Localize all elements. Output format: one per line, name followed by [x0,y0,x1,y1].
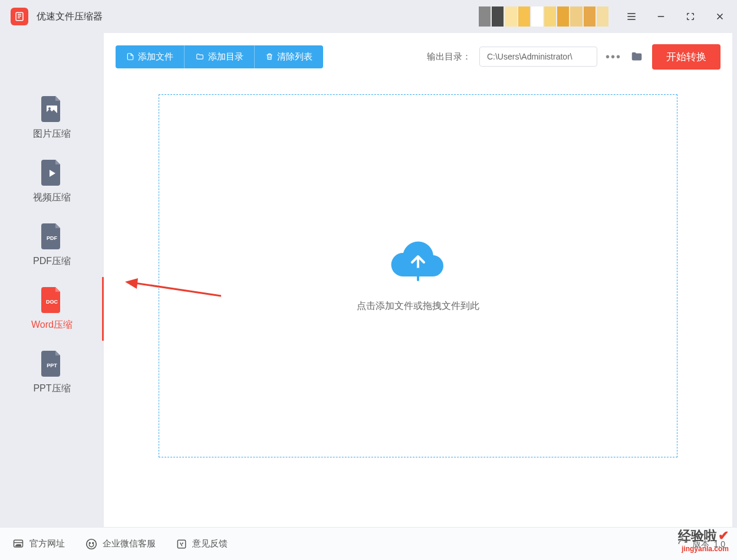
footer-bar: .com 官方网址 企业微信客服 意见反馈 版本 1.0 经验啦✔ jingya… [0,527,737,560]
app-logo-icon [11,8,28,25]
sidebar-item-label: 图片压缩 [33,128,71,140]
pdf-file-icon: PDF [41,223,62,249]
official-site-link[interactable]: .com 官方网址 [12,538,65,550]
app-title: 优速文件压缩器 [37,11,103,23]
open-folder-icon[interactable] [630,50,644,63]
footer-label: 企业微信客服 [103,538,156,549]
website-icon: .com [12,538,25,550]
svg-point-11 [87,539,97,549]
sidebar-item-word-compress[interactable]: DOC Word压缩 [0,277,104,341]
maximize-button[interactable] [684,10,697,23]
svg-text:PPT: PPT [47,363,57,368]
wechat-support-link[interactable]: 企业微信客服 [85,538,156,551]
start-convert-button[interactable]: 开始转换 [652,44,720,70]
button-label: 添加目录 [208,51,244,62]
image-file-icon [41,96,62,122]
trash-icon [265,52,274,61]
sidebar-item-video-compress[interactable]: 视频压缩 [0,150,104,213]
version-label: 版本 [693,539,709,549]
svg-text:.com: .com [15,543,21,546]
svg-point-12 [89,542,90,543]
sidebar: 图片压缩 视频压缩 PDF PDF压缩 DOC Word压缩 PPT PPT压缩 [0,33,104,527]
feedback-link[interactable]: 意见反馈 [176,538,228,550]
version-value: 1.0 [714,539,725,549]
output-path-field[interactable]: C:\Users\Administrator\ [479,47,597,67]
add-folder-button[interactable]: 添加目录 [184,45,254,68]
svg-marker-8 [125,278,138,289]
browse-path-button[interactable]: ••• [606,50,621,64]
output-dir-label: 输出目录： [427,51,471,62]
action-button-group: 添加文件 添加目录 清除列表 [116,45,323,68]
footer-label: 官方网址 [29,538,65,549]
drop-area-wrapper: 点击添加文件或拖拽文件到此 [116,80,720,527]
add-file-button[interactable]: 添加文件 [116,45,184,68]
user-banner-placeholder [479,6,608,27]
menu-icon[interactable] [625,10,638,23]
sidebar-item-label: PPT压缩 [33,383,70,395]
clear-list-button[interactable]: 清除列表 [254,45,323,68]
svg-point-13 [93,542,94,543]
file-icon [126,52,134,61]
button-label: 清除列表 [277,51,312,62]
sidebar-item-image-compress[interactable]: 图片压缩 [0,86,104,150]
button-label: 添加文件 [138,51,173,62]
sidebar-item-label: Word压缩 [31,319,73,331]
sidebar-item-label: 视频压缩 [33,192,71,204]
feedback-icon [176,538,187,550]
title-bar: 优速文件压缩器 [0,0,737,33]
content-panel: 添加文件 添加目录 清除列表 输出目录： C:\Users\Administra… [104,33,732,527]
refresh-icon[interactable] [677,539,688,549]
svg-rect-14 [177,540,185,548]
minimize-button[interactable] [654,10,667,23]
svg-text:DOC: DOC [46,299,58,305]
upload-cloud-icon [391,240,445,281]
folder-icon [195,52,205,61]
sidebar-item-pdf-compress[interactable]: PDF PDF压缩 [0,213,104,277]
chat-support-icon [85,538,98,551]
drop-zone[interactable]: 点击添加文件或拖拽文件到此 [159,94,677,457]
version-info: 版本 1.0 [677,539,725,549]
sidebar-item-ppt-compress[interactable]: PPT PPT压缩 [0,341,104,404]
sidebar-item-label: PDF压缩 [33,255,71,268]
svg-text:PDF: PDF [47,235,58,241]
toolbar: 添加文件 添加目录 清除列表 输出目录： C:\Users\Administra… [116,33,720,80]
close-button[interactable] [713,10,726,23]
video-file-icon [41,160,62,186]
ppt-file-icon: PPT [41,351,62,377]
drop-hint-text: 点击添加文件或拖拽文件到此 [357,300,479,312]
footer-label: 意见反馈 [192,538,228,549]
main-area: 图片压缩 视频压缩 PDF PDF压缩 DOC Word压缩 PPT PPT压缩 [0,33,737,527]
doc-file-icon: DOC [41,287,62,313]
